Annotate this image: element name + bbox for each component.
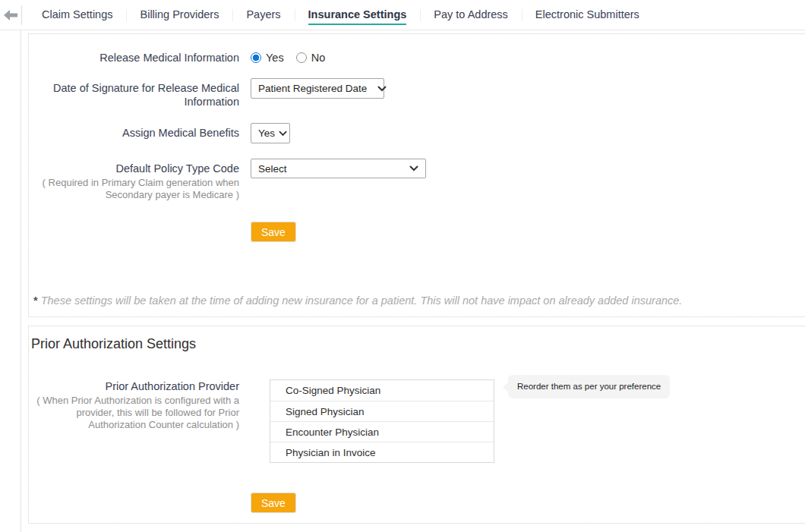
tab-pay-to-address[interactable]: Pay to Address: [420, 0, 522, 30]
assign-medical-benefits-select[interactable]: Yes: [251, 123, 290, 143]
provider-reorder-list: Co-Signed Physician Signed Physician Enc…: [270, 379, 494, 463]
tab-label: Pay to Address: [434, 5, 508, 25]
radio-yes-selected-icon[interactable]: [251, 52, 261, 63]
prior-authorization-title: Prior Authorization Settings: [29, 326, 805, 352]
tab-billing-providers[interactable]: Billing Providers: [126, 0, 232, 30]
prior-authorization-save-button[interactable]: Save: [251, 493, 296, 513]
prior-authorization-provider-hint: ( When Prior Authorization is configured…: [29, 395, 239, 431]
list-item-signed-physician[interactable]: Signed Physician: [270, 401, 494, 421]
default-policy-type-code-label: Default Policy Type Code: [29, 162, 239, 175]
tab-payers[interactable]: Payers: [232, 0, 294, 30]
chevron-down-icon: [409, 165, 418, 172]
insurance-settings-panel: Release Medical Information Yes No Date …: [28, 33, 805, 317]
tab-insurance-settings[interactable]: Insurance Settings: [295, 0, 421, 30]
date-of-signature-value: Patient Registered Date: [258, 83, 367, 94]
prior-authorization-panel: Prior Authorization Settings Prior Autho…: [28, 326, 805, 524]
radio-option-no[interactable]: No: [296, 52, 326, 64]
radio-no-label: No: [311, 52, 326, 64]
date-of-signature-label: Date of Signature for Release Medical In…: [29, 78, 239, 109]
prior-authorization-provider-label: Prior Authorization Provider: [29, 379, 239, 393]
tab-claim-settings[interactable]: Claim Settings: [28, 0, 126, 30]
back-button[interactable]: [0, 0, 21, 30]
chevron-down-icon: [279, 131, 287, 137]
default-policy-type-code-select[interactable]: Select: [251, 159, 426, 178]
default-policy-type-code-row: Default Policy Type Code ( Required in P…: [29, 159, 805, 201]
tab-bar-divider: [21, 5, 22, 25]
date-of-signature-select[interactable]: Patient Registered Date: [251, 78, 384, 99]
tab-label: Insurance Settings: [308, 5, 407, 25]
footnote-text: These settings will be taken at the time…: [41, 294, 683, 307]
assign-medical-benefits-value: Yes: [258, 127, 275, 139]
release-medical-information-radio-group: Yes No: [251, 52, 325, 64]
release-medical-information-row: Release Medical Information Yes No: [29, 51, 805, 65]
default-policy-type-code-hint: ( Required in Primary Claim generation w…: [29, 177, 239, 201]
release-medical-information-label: Release Medical Information: [29, 51, 239, 65]
tab-list: Claim Settings Billing Providers Payers …: [28, 0, 653, 30]
tab-label: Claim Settings: [42, 5, 112, 25]
insurance-save-button[interactable]: Save: [251, 222, 296, 242]
default-policy-type-code-value: Select: [258, 163, 399, 175]
date-of-signature-row: Date of Signature for Release Medical In…: [29, 78, 805, 109]
reorder-tooltip: Reorder them as per your preference: [508, 375, 670, 398]
radio-no-unselected-icon[interactable]: [296, 52, 307, 63]
list-item-encounter-physician[interactable]: Encounter Physician: [270, 421, 494, 442]
back-arrow-icon: [4, 10, 17, 20]
tab-bar: Claim Settings Billing Providers Payers …: [0, 0, 805, 30]
assign-medical-benefits-row: Assign Medical Benefits Yes: [29, 123, 805, 143]
left-page-rule: [21, 30, 21, 532]
list-item-co-signed-physician[interactable]: Co-Signed Physician: [270, 380, 494, 401]
assign-medical-benefits-label: Assign Medical Benefits: [29, 123, 239, 140]
tab-label: Payers: [246, 5, 280, 25]
list-item-physician-in-invoice[interactable]: Physician in Invoice: [270, 442, 494, 462]
prior-authorization-provider-row: Prior Authorization Provider ( When Prio…: [29, 379, 805, 463]
radio-yes-label: Yes: [266, 52, 284, 64]
tab-electronic-submitters[interactable]: Electronic Submitters: [522, 0, 653, 30]
tab-label: Billing Providers: [140, 5, 219, 25]
radio-option-yes[interactable]: Yes: [251, 52, 284, 64]
chevron-down-icon: [377, 86, 387, 92]
tab-label: Electronic Submitters: [535, 5, 639, 25]
insurance-footnote: *These settings will be taken at the tim…: [33, 294, 805, 307]
footnote-asterisk: *: [33, 294, 38, 307]
